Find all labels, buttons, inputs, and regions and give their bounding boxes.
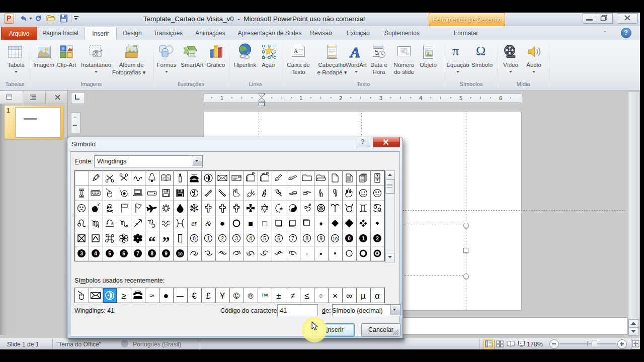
svg-text:er: er (191, 220, 197, 227)
svg-text:0: 0 (193, 236, 196, 241)
svg-text:5: 5 (263, 236, 266, 241)
svg-text:&: & (205, 219, 212, 228)
svg-text:—: — (177, 292, 184, 300)
svg-text:9: 9 (319, 236, 323, 241)
svg-text:0: 0 (348, 236, 351, 241)
svg-text:3: 3 (379, 95, 382, 101)
svg-text:7: 7 (291, 236, 294, 241)
svg-text:8: 8 (150, 251, 153, 256)
svg-text:≥: ≥ (121, 291, 126, 301)
svg-text:£: £ (206, 291, 211, 301)
svg-text:•: • (319, 249, 322, 258)
svg-text:A: A (349, 44, 360, 60)
svg-text:±: ± (276, 291, 281, 301)
svg-text:#: # (403, 48, 405, 53)
svg-text:3: 3 (80, 251, 83, 256)
svg-text:9: 9 (165, 251, 168, 256)
svg-text:µ: µ (361, 291, 366, 301)
svg-text:2: 2 (376, 236, 379, 241)
svg-text:6: 6 (499, 95, 502, 101)
svg-text:Ω: Ω (476, 44, 486, 58)
svg-text:α: α (375, 291, 380, 301)
svg-text:●: ● (220, 219, 225, 228)
svg-text:1: 1 (299, 95, 302, 101)
svg-text:3: 3 (235, 236, 238, 241)
svg-text:♦: ♦ (319, 220, 323, 227)
svg-text:÷: ÷ (318, 291, 323, 301)
svg-text:×: × (333, 291, 338, 301)
svg-text:“: “ (148, 233, 156, 250)
svg-text:≠: ≠ (290, 291, 295, 301)
svg-text:10: 10 (333, 236, 338, 241)
svg-text:A: A (294, 48, 298, 54)
svg-text:5: 5 (375, 48, 379, 56)
svg-text:™: ™ (261, 292, 269, 300)
svg-text:4: 4 (94, 251, 97, 256)
svg-text:7: 7 (136, 251, 139, 256)
svg-text:”: ” (163, 233, 170, 250)
svg-text:1: 1 (207, 236, 210, 241)
svg-text:2: 2 (339, 95, 342, 101)
svg-text:1: 1 (220, 95, 223, 101)
svg-text:®: ® (248, 292, 253, 300)
svg-text:6: 6 (122, 251, 125, 256)
svg-text:π: π (452, 44, 459, 58)
svg-text:6: 6 (277, 236, 280, 241)
svg-text:2: 2 (221, 236, 224, 241)
svg-text:∞: ∞ (346, 291, 352, 301)
svg-text:≤: ≤ (304, 291, 309, 301)
svg-text:5: 5 (108, 251, 111, 256)
svg-text:●: ● (164, 291, 169, 301)
svg-text:4: 4 (419, 95, 422, 101)
svg-text:≈: ≈ (149, 291, 154, 301)
svg-text:4: 4 (249, 236, 252, 241)
svg-text:10: 10 (178, 251, 183, 256)
svg-text:■: ■ (248, 219, 253, 228)
svg-text:·: · (306, 249, 308, 257)
svg-text:□: □ (262, 219, 267, 228)
svg-text:5: 5 (459, 95, 462, 101)
svg-text:1: 1 (362, 236, 365, 241)
svg-text:€: € (192, 291, 197, 301)
svg-text:¥: ¥ (219, 291, 225, 301)
svg-text:©: © (233, 291, 240, 301)
svg-text:8: 8 (305, 236, 308, 241)
